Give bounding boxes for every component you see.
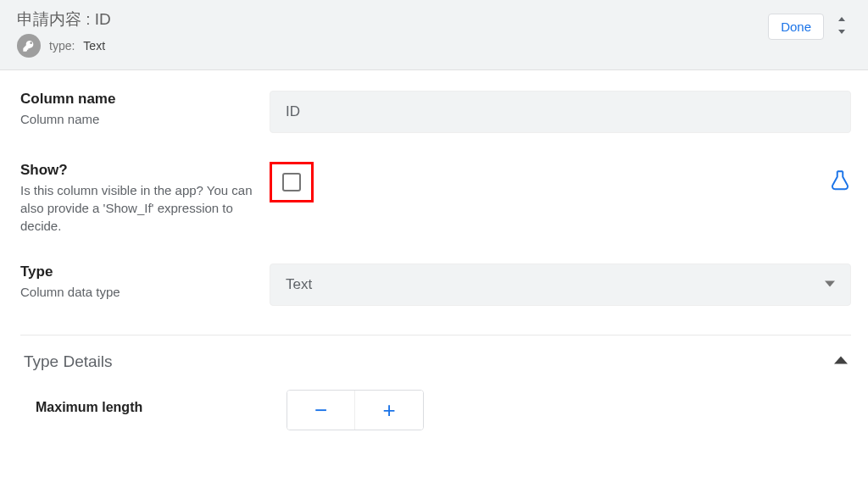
chevron-up-icon	[834, 353, 848, 370]
stepper-decrement[interactable]: −	[287, 391, 355, 430]
show-title: Show?	[20, 162, 253, 179]
header-subtitle: type: Text	[17, 34, 111, 58]
label-column-name: Column name Column name	[20, 91, 270, 128]
row-max-length: Maximum length − +	[20, 390, 851, 430]
title-sep: :	[81, 10, 95, 28]
control-column-name	[270, 91, 851, 133]
row-show: Show? Is this column visible in the app?…	[20, 162, 851, 235]
label-type: Type Column data type	[20, 263, 270, 301]
type-title: Type	[20, 263, 253, 280]
type-label: type:	[49, 39, 75, 53]
label-show: Show? Is this column visible in the app?…	[20, 162, 270, 235]
type-details-title: Type Details	[24, 352, 113, 371]
column-name-desc: Column name	[20, 110, 253, 128]
type-value: Text	[83, 39, 105, 53]
column-name-input[interactable]	[270, 91, 851, 133]
divider	[20, 335, 851, 336]
show-checkbox-highlight	[270, 162, 314, 202]
header-bar: 申請内容 : ID type: Text Done	[0, 0, 868, 70]
control-type: Text	[270, 263, 851, 306]
key-icon	[17, 34, 41, 58]
column-name-title: Column name	[20, 91, 253, 108]
title-value: ID	[95, 10, 111, 28]
title-prefix: 申請内容	[17, 10, 81, 28]
max-length-stepper: − +	[287, 390, 424, 430]
type-desc: Column data type	[20, 283, 253, 301]
done-button[interactable]: Done	[768, 14, 824, 40]
header-right: Done	[768, 8, 848, 40]
type-select[interactable]: Text	[270, 263, 851, 306]
max-length-label: Maximum length	[36, 390, 287, 415]
control-show	[270, 162, 851, 202]
section-type-details[interactable]: Type Details	[20, 352, 851, 390]
row-column-name: Column name Column name	[20, 91, 851, 133]
type-select-value: Text	[286, 276, 312, 293]
show-checkbox[interactable]	[282, 173, 301, 191]
header-left: 申請内容 : ID type: Text	[17, 8, 111, 58]
page-title: 申請内容 : ID	[17, 8, 111, 30]
expand-icon[interactable]	[836, 17, 848, 37]
show-desc: Is this column visible in the app? You c…	[20, 181, 253, 235]
row-type: Type Column data type Text	[20, 263, 851, 306]
stepper-increment[interactable]: +	[355, 391, 423, 430]
chevron-down-icon	[825, 276, 835, 293]
content-area: Column name Column name Show? Is this co…	[0, 70, 868, 430]
flask-icon[interactable]	[829, 169, 851, 195]
